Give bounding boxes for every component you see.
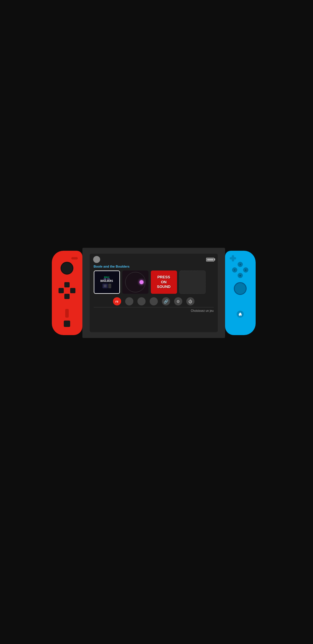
sl-button[interactable] (65, 309, 69, 318)
capture-button[interactable] (64, 321, 70, 327)
link-icon-button[interactable]: 🔗 (162, 297, 170, 305)
status-bar: Choisissez un jeu (90, 307, 218, 314)
settings-icon: ⚙ (176, 299, 180, 304)
face-buttons: X B Y A (232, 262, 248, 278)
user-icon (93, 256, 100, 263)
link-icon: 🔗 (164, 299, 168, 304)
power-button[interactable]: ⏻ (186, 297, 194, 305)
orbit-dot (139, 280, 144, 284)
y-button[interactable]: Y (232, 267, 237, 273)
battery-fill (207, 259, 213, 261)
a-button[interactable]: A (243, 267, 248, 273)
dpad-right[interactable] (70, 288, 75, 293)
rs-icon[interactable]: rs (113, 297, 121, 305)
dpad-down[interactable] (64, 294, 70, 299)
press-on-sound-label: PressonSound (157, 275, 171, 290)
battery-indicator (206, 258, 214, 261)
home-button[interactable] (237, 311, 244, 318)
home-icon (238, 312, 242, 316)
game-cart-empty (179, 271, 206, 294)
switch-screen: Boole and the Boulders BOOLE AND THE BOU… (90, 254, 218, 332)
left-joycon (52, 251, 82, 335)
bottom-icon-bar: rs 🔗 ⚙ ⏻ (90, 294, 218, 307)
icon-2[interactable] (125, 297, 133, 305)
dpad[interactable] (59, 282, 75, 299)
game-cart-press-on-sound[interactable]: PressonSound (151, 271, 177, 294)
screen-topbar (90, 254, 218, 265)
x-button[interactable]: X (238, 262, 243, 267)
right-joycon: X B Y A (225, 251, 256, 335)
right-analog-stick[interactable] (234, 282, 247, 295)
minus-button[interactable] (71, 257, 78, 259)
left-analog-stick[interactable] (61, 262, 73, 275)
icon-4[interactable] (150, 297, 158, 305)
rs-label: rs (115, 300, 118, 303)
settings-button[interactable]: ⚙ (174, 297, 182, 305)
switch-body: Boole and the Boulders BOOLE AND THE BOU… (82, 248, 225, 338)
game-cart-boole[interactable]: BOOLE AND THE BOULDERS (94, 271, 120, 294)
plus-button[interactable] (230, 257, 236, 259)
status-text: Choisissez un jeu (191, 309, 213, 312)
b-button[interactable]: B (238, 273, 243, 278)
icon-3[interactable] (137, 297, 146, 305)
nintendo-switch: Boole and the Boulders BOOLE AND THE BOU… (52, 248, 261, 338)
power-icon: ⏻ (188, 299, 192, 304)
dpad-up[interactable] (64, 282, 70, 287)
game-shelf: BOOLE AND THE BOULDERS (90, 271, 218, 294)
orbit-ring (125, 272, 146, 292)
dpad-left[interactable] (59, 288, 64, 293)
selected-game-title: Boole and the Boulders (90, 265, 218, 271)
game-cart-orbit[interactable] (122, 271, 148, 294)
